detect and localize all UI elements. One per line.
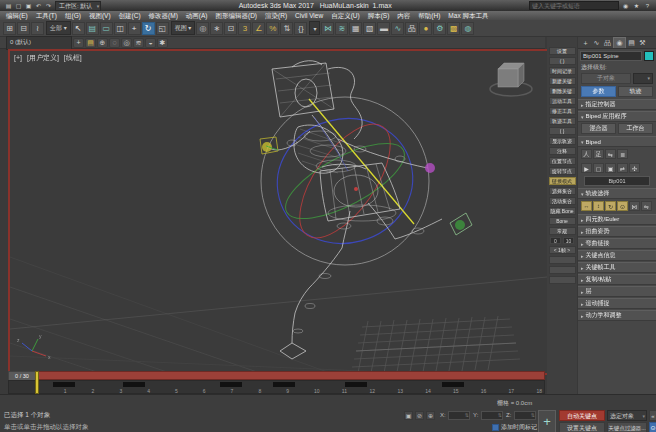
select-layer-objects-icon[interactable]: ◌ [109, 38, 120, 48]
rollout-header[interactable]: ▸层 [578, 286, 656, 297]
sign-in-icon[interactable]: ◉ [621, 2, 630, 10]
open-file-icon[interactable]: ▢ [14, 2, 23, 10]
menu-item[interactable]: 内容 [393, 11, 414, 20]
modify-tab[interactable]: ∿ [591, 38, 602, 48]
auto-key-button[interactable]: 自动关键点 [559, 410, 605, 421]
curve-editor-icon[interactable]: ∿ [391, 22, 404, 35]
hierarchy-tab[interactable]: 品 [602, 38, 613, 48]
layer-properties-icon[interactable]: ≋ [133, 38, 144, 48]
menu-item[interactable]: 修改器(M) [145, 11, 182, 20]
side-tool-frame-button[interactable]: < 1帧 > [549, 246, 576, 254]
isolate-selection-icon[interactable]: ▣ [404, 411, 413, 420]
keyboard-override-icon[interactable]: ⊡ [224, 22, 237, 35]
key-filters-button[interactable]: 关键点过滤器... [607, 422, 647, 432]
side-tool-button[interactable]: 时间记录 [549, 67, 576, 75]
selection-filter-dropdown[interactable]: 全部 ▾ [46, 21, 71, 35]
keyframe-marker[interactable] [53, 382, 75, 387]
time-slider-track[interactable] [38, 371, 545, 380]
side-tool-button[interactable]: 轨迹工具 [549, 117, 576, 125]
side-tool-button[interactable]: 运动工具 [549, 97, 576, 105]
side-tool-button[interactable]: ( ) [549, 127, 576, 135]
sub-object-dropdown[interactable]: ▾ [633, 73, 653, 84]
biped-app-button[interactable]: 混合器 [581, 123, 616, 134]
side-tool-button[interactable]: Bone [549, 217, 576, 225]
freeze-layer-icon[interactable]: ✱ [157, 38, 168, 48]
search-input[interactable] [529, 1, 619, 10]
rollout-header[interactable]: ▸动力学和调整 [578, 310, 656, 321]
snap-toggle-3d-icon[interactable]: 3 [238, 22, 251, 35]
side-tool-button[interactable]: 隐藏 Bone [549, 207, 576, 215]
side-tool-field[interactable]: 10 [563, 237, 574, 244]
toggle-layer-explorer-icon[interactable]: ▧ [363, 22, 376, 35]
viewport-shading-label[interactable]: [线框] [64, 54, 82, 61]
align-icon[interactable]: ≋ [335, 22, 348, 35]
add-time-tag[interactable]: 添加时间标记 [501, 423, 537, 432]
motion-tab[interactable]: ◉ [613, 37, 626, 48]
redo-icon[interactable]: ↷ [44, 2, 53, 10]
menu-item[interactable]: 自定义(U) [327, 11, 364, 20]
new-scene-icon[interactable]: ▤ [4, 2, 13, 10]
viewport[interactable]: [+] [用户定义] [线框] [8, 49, 549, 375]
percent-snap-icon[interactable]: % [266, 22, 279, 35]
convert-icon[interactable]: ⇄ [617, 163, 628, 173]
side-tool-button[interactable]: 显示轨迹 [549, 137, 576, 145]
side-tool-field[interactable]: 0 [550, 237, 561, 244]
rollout-header[interactable]: ▸四元数/Euler [578, 214, 656, 225]
menu-item[interactable]: 脚本(S) [364, 11, 394, 20]
side-tool-button[interactable]: ( ) [549, 57, 576, 65]
reference-coordinate-dropdown[interactable]: 视图 ▾ [171, 21, 196, 35]
menu-item[interactable]: 图形编辑器(D) [212, 11, 262, 20]
set-current-layer-icon[interactable]: ◎ [121, 38, 132, 48]
rollout-header[interactable]: ▸弯曲链接 [578, 238, 656, 249]
time-slider-handle[interactable] [35, 371, 39, 394]
character-wireframe[interactable] [260, 61, 472, 359]
viewport-canvas[interactable]: x y z [10, 51, 547, 373]
menu-item[interactable]: Max 脚本工具 [444, 11, 492, 20]
menu-item[interactable]: 工具(T) [32, 11, 61, 20]
create-layer-icon[interactable]: + [73, 38, 84, 48]
figure-mode-icon[interactable]: 人 [581, 149, 592, 159]
rollout-header[interactable]: ▸运动捕捉 [578, 298, 656, 309]
render-production-icon[interactable]: ◍ [461, 22, 474, 35]
hide-layer-icon[interactable]: ◒ [145, 38, 156, 48]
side-tool-button[interactable]: 修正工具 [549, 107, 576, 115]
select-by-name-icon[interactable]: ▤ [86, 22, 99, 35]
render-setup-icon[interactable]: ⚙ [433, 22, 446, 35]
material-editor-icon[interactable]: ● [419, 22, 432, 35]
side-tool-button[interactable]: 注释 [549, 147, 576, 155]
rollout-header[interactable]: ▸复制/粘贴 [578, 274, 656, 285]
key-mode-toggle[interactable]: ⊙ [649, 422, 656, 432]
biped-app-button[interactable]: 工作台 [618, 123, 653, 134]
bind-to-space-warp-icon[interactable]: ≀ [31, 22, 44, 35]
load-file-icon[interactable]: ▢ [593, 163, 604, 173]
menu-item[interactable]: 渲染(R) [261, 11, 291, 20]
angle-snap-icon[interactable]: ∠ [252, 22, 265, 35]
biped-playback-icon[interactable]: ▶ [581, 163, 592, 173]
rollout-header[interactable]: ▾Biped [578, 136, 656, 147]
keyframe-marker[interactable] [220, 382, 242, 387]
side-tool-button[interactable]: 位置节点 [549, 157, 576, 165]
menu-item[interactable]: 组(G) [61, 11, 85, 20]
track-bar[interactable]: 123456789101112131415161718 [8, 380, 545, 394]
move-all-mode-icon[interactable]: ✣ [629, 163, 640, 173]
set-keys-big-button[interactable]: + [538, 410, 556, 432]
keyframe-marker[interactable] [273, 382, 295, 387]
menu-item[interactable]: 视图(V) [85, 11, 115, 20]
y-coord-field[interactable] [481, 411, 503, 420]
side-tool-button[interactable] [549, 256, 576, 264]
menu-item[interactable]: 动画(A) [182, 11, 212, 20]
toggle-ribbon-icon[interactable]: ▬ [377, 22, 390, 35]
layer-dropdown[interactable]: 0 (默认) [6, 36, 72, 50]
object-name-field[interactable]: Bip001 Spine [580, 51, 642, 61]
trajectories-button[interactable]: 轨迹 [618, 86, 653, 97]
toggle-scene-explorer-icon[interactable]: ▦ [349, 22, 362, 35]
unlink-selection-icon[interactable]: ⊟ [17, 22, 30, 35]
side-tool-button[interactable] [549, 266, 576, 274]
save-file-icon[interactable]: ▣ [605, 163, 616, 173]
side-tool-button[interactable]: 选择集合 [549, 187, 576, 195]
side-tool-button[interactable]: 旋转节点 [549, 167, 576, 175]
body-vertical-icon[interactable]: ↕ [593, 201, 604, 211]
absolute-offset-mode-icon[interactable]: ⊕ [426, 411, 435, 420]
schematic-view-icon[interactable]: 品 [405, 22, 418, 35]
lock-com-keying-icon[interactable]: ⊙ [617, 201, 628, 211]
